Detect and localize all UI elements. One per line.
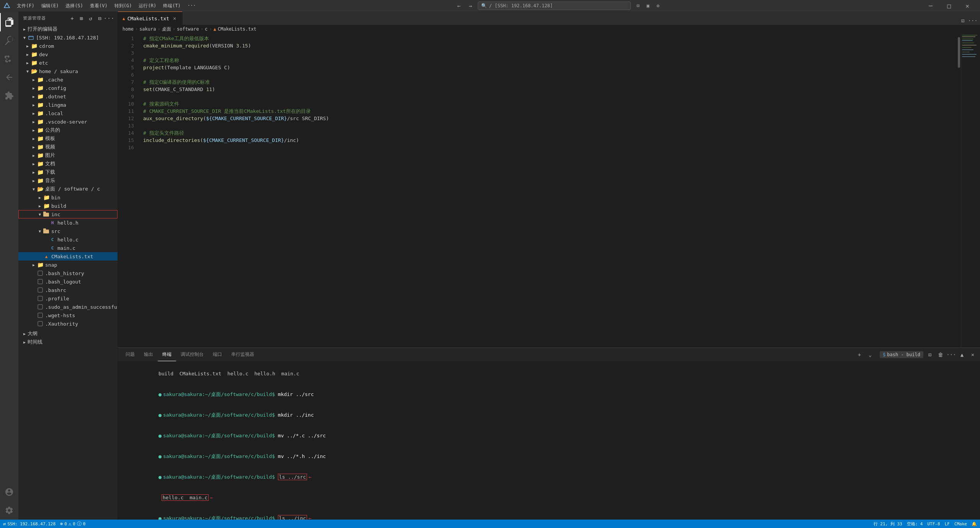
tab-cmakelists[interactable]: ▲ CMakeLists.txt × — [118, 11, 183, 25]
activity-account[interactable] — [0, 483, 18, 501]
open-editors-section[interactable]: ▶ 打开的编辑器 — [18, 25, 118, 33]
breadcrumb-desktop[interactable]: 桌面 — [162, 26, 171, 33]
menu-view[interactable]: 查看(V) — [87, 2, 111, 10]
menu-run[interactable]: 运行(R) — [136, 2, 159, 10]
root-folder[interactable]: ▼ [SSH: 192.168.47.128] — [18, 33, 118, 42]
sidebar-item-snap[interactable]: ▶ 📁 snap — [18, 261, 118, 269]
new-terminal-icon[interactable]: + — [855, 350, 864, 359]
sidebar-item-build[interactable]: ▶ 📁 build — [18, 202, 118, 210]
split-editor-icon[interactable]: ⊡ — [959, 16, 967, 25]
sidebar-item-src[interactable]: ▼ src — [18, 227, 118, 235]
breadcrumb-c[interactable]: c — [205, 26, 207, 32]
settings-icon[interactable]: ⚙ — [654, 2, 662, 10]
sidebar-item-moban[interactable]: ▶ 📁 模板 — [18, 134, 118, 143]
status-line-col[interactable]: 行 21, 列 33 — [874, 521, 902, 527]
sidebar-item-home-sakura[interactable]: ▼ 📂 home / sakura — [18, 67, 118, 75]
sidebar-outline[interactable]: ▶ 大纲 — [18, 329, 118, 338]
editor-scrollbar[interactable] — [957, 33, 961, 347]
new-folder-icon[interactable]: ⊞ — [78, 15, 85, 22]
terminal-content[interactable]: build CMakeLists.txt hello.c hello.h mai… — [118, 361, 980, 520]
sidebar-item-hello-h[interactable]: H hello.h — [18, 218, 118, 227]
sidebar-item-inc[interactable]: ▼ inc — [18, 210, 118, 218]
sidebar-item-software-c[interactable]: ▼ 📂 桌面 / software / c — [18, 185, 118, 193]
sidebar-item-cdrom[interactable]: ▶ 📁 cdrom — [18, 42, 118, 50]
sidebar-item-xiazai[interactable]: ▶ 📁 下载 — [18, 168, 118, 176]
sidebar-item-hello-c[interactable]: C hello.c — [18, 235, 118, 244]
refresh-icon[interactable]: ↺ — [87, 15, 95, 22]
sidebar-item-tupian[interactable]: ▶ 📁 图片 — [18, 151, 118, 160]
menu-select[interactable]: 选择(S) — [62, 2, 86, 10]
status-line-ending[interactable]: LF — [945, 521, 950, 526]
menu-file[interactable]: 文件(F) — [14, 2, 38, 10]
menu-edit[interactable]: 编辑(E) — [38, 2, 62, 10]
status-errors[interactable]: ⊗ 0 ⚠ 0 ⓘ 0 — [60, 521, 85, 527]
panel-tab-output[interactable]: 输出 — [139, 348, 158, 361]
sidebar-item-gonggong[interactable]: ▶ 📁 公共的 — [18, 126, 118, 134]
minimize-btn[interactable]: ─ — [922, 0, 939, 11]
split-terminal-icon[interactable]: ⊡ — [926, 350, 934, 359]
menu-more[interactable]: ··· — [185, 2, 199, 10]
breadcrumb-software[interactable]: software — [177, 26, 199, 32]
menu-goto[interactable]: 转到(G) — [111, 2, 135, 10]
sidebar-item-bash-logout[interactable]: .bash_logout — [18, 277, 118, 286]
sidebar-item-wget[interactable]: .wget-hsts — [18, 311, 118, 319]
sidebar-item-main-c[interactable]: C main.c — [18, 244, 118, 252]
sidebar-item-xauthority[interactable]: .Xauthority — [18, 319, 118, 328]
breadcrumb-home[interactable]: home — [122, 26, 134, 32]
sidebar-item-bashrc[interactable]: .bashrc — [18, 286, 118, 294]
terminal-label[interactable]: $ bash - build — [880, 351, 923, 358]
panel-maximize-icon[interactable]: ▲ — [958, 350, 966, 359]
panel-tab-serial[interactable]: 串行监视器 — [227, 348, 259, 361]
status-encoding[interactable]: UTF-8 — [928, 521, 940, 526]
panel-icon[interactable]: ▣ — [644, 2, 652, 10]
activity-extensions[interactable] — [0, 86, 18, 105]
nav-forward[interactable]: → — [466, 2, 475, 10]
sidebar-item-profile[interactable]: .profile — [18, 294, 118, 303]
activity-scm[interactable] — [0, 50, 18, 68]
panel-tab-problems[interactable]: 问题 — [121, 348, 139, 361]
sidebar-item-dev[interactable]: ▶ 📁 dev — [18, 50, 118, 59]
sidebar-item-cmakelists[interactable]: ▲ CMakeLists.txt — [18, 252, 118, 261]
sidebar-item-shipin[interactable]: ▶ 📁 视频 — [18, 143, 118, 151]
tab-close-btn[interactable]: × — [172, 15, 178, 21]
status-spaces[interactable]: 空格: 4 — [907, 521, 923, 527]
sidebar-item-lingma[interactable]: ▶ 📁 .lingma — [18, 101, 118, 109]
activity-debug[interactable] — [0, 68, 18, 86]
more-tab-icon[interactable]: ··· — [969, 16, 977, 25]
nav-back[interactable]: ← — [455, 2, 463, 10]
sidebar-item-bash-history[interactable]: .bash_history — [18, 269, 118, 277]
sidebar-item-dotnet[interactable]: ▶ 📁 .dotnet — [18, 92, 118, 101]
search-bar[interactable]: 🔍 / [SSH: 192.168.47.128] — [478, 2, 631, 10]
activity-settings[interactable] — [0, 501, 18, 520]
panel-close-icon[interactable]: × — [969, 350, 977, 359]
panel-tab-terminal[interactable]: 终端 — [158, 348, 176, 361]
sidebar-item-wendang[interactable]: ▶ 📁 文档 — [18, 160, 118, 168]
sidebar-item-vscode-server[interactable]: ▶ 📁 .vscode-server — [18, 117, 118, 126]
activity-search[interactable] — [0, 31, 18, 50]
maximize-btn[interactable]: □ — [940, 0, 958, 11]
menu-terminal[interactable]: 终端(T) — [160, 2, 184, 10]
close-btn[interactable]: ✕ — [959, 0, 976, 11]
sidebar-item-cache[interactable]: ▶ 📁 .cache — [18, 75, 118, 84]
layout-icon[interactable]: ⊟ — [634, 2, 642, 10]
code-content[interactable]: # 指定CMake工具的最低版本 cmake_minimum_required(… — [137, 33, 957, 347]
collapse-all-icon[interactable]: ⊟ — [96, 15, 104, 22]
sidebar-item-etc[interactable]: ▶ 📁 etc — [18, 59, 118, 67]
terminal-dropdown-icon[interactable]: ⌄ — [866, 350, 874, 359]
sidebar-item-bin[interactable]: ▶ 📁 bin — [18, 193, 118, 202]
activity-explorer[interactable] — [0, 13, 18, 31]
status-language[interactable]: CMake — [954, 521, 967, 526]
status-ssh[interactable]: ⇄ SSH: 192.168.47.128 — [3, 521, 56, 526]
breadcrumb-cmake-file[interactable]: CMakeLists.txt — [218, 26, 256, 32]
sidebar-item-sudo-admin[interactable]: .sudo_as_admin_successful — [18, 303, 118, 311]
sidebar-timeline[interactable]: ▶ 时间线 — [18, 338, 118, 346]
sidebar-item-config[interactable]: ▶ 📁 .config — [18, 84, 118, 92]
panel-tab-ports[interactable]: 端口 — [208, 348, 227, 361]
status-notifications[interactable]: 🔔 — [972, 521, 977, 526]
sidebar-item-yinyue[interactable]: ▶ 📁 音乐 — [18, 176, 118, 185]
terminal-more-icon[interactable]: ··· — [947, 350, 956, 359]
kill-terminal-icon[interactable]: 🗑 — [936, 350, 945, 359]
more-options-icon[interactable]: ··· — [105, 15, 113, 22]
new-file-icon[interactable]: + — [69, 15, 76, 22]
sidebar-item-local[interactable]: ▶ 📁 .local — [18, 109, 118, 117]
